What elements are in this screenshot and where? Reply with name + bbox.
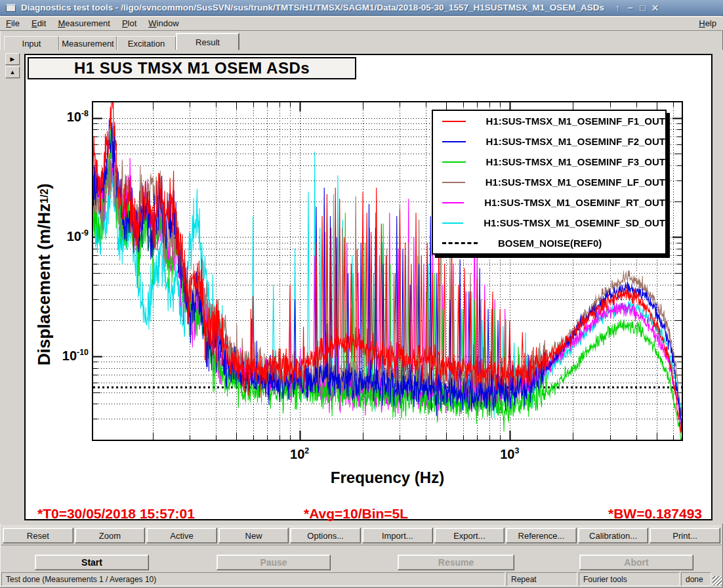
import-button[interactable]: Import... (362, 528, 433, 543)
menu-item-edit[interactable]: Edit (26, 17, 52, 30)
x-axis-label: Frequency (Hz) (92, 469, 683, 487)
window-title: Diagnostics test tools - /ligo/svncommon… (21, 3, 611, 12)
plot-panel: H1 SUS TMSX M1 OSEM ASDs Displacement (m… (24, 54, 713, 520)
zoom-button[interactable]: Zoom (75, 528, 146, 543)
plot-legend: H1:SUS-TMSX_M1_OSEMINF_F1_OUTH1:SUS-TMSX… (432, 110, 667, 255)
legend-row: H1:SUS-TMSX_M1_OSEMINF_F2_OUT (433, 133, 665, 151)
export-button[interactable]: Export... (434, 528, 505, 543)
abort-button: Abort (579, 555, 693, 570)
legend-line-sample (442, 222, 463, 224)
status-tools[interactable]: Fourier tools (579, 572, 680, 586)
options-button[interactable]: Options... (290, 528, 361, 543)
statusbar: Test done (Measurements 1 / Averages 10)… (0, 572, 723, 587)
pane-next-button[interactable]: ▶ (5, 53, 20, 65)
print-button[interactable]: Print... (650, 528, 720, 543)
pause-button: Pause (217, 555, 331, 570)
pane-up-button[interactable]: ▲ (5, 66, 20, 78)
resize-grip-icon[interactable] (713, 576, 722, 585)
legend-line-sample (442, 161, 466, 163)
new-button[interactable]: New (218, 528, 289, 543)
y-tick-label: 10-10 (26, 348, 89, 364)
x-tick-label: 103 (484, 446, 536, 462)
annotation-avg: *Avg=10/Bin=5L (304, 506, 408, 522)
legend-row: H1:SUS-TMSX_M1_OSEMINF_LF_OUT (433, 173, 665, 192)
close-icon[interactable]: ✕ (649, 3, 661, 13)
legend-label: H1:SUS-TMSX_M1_OSEMINF_F1_OUT (486, 116, 665, 127)
legend-row: H1:SUS-TMSX_M1_OSEMINF_SD_OUT (433, 214, 665, 232)
menubar: FileEditMeasurementPlotWindowHelp (0, 16, 723, 31)
maximize-icon[interactable]: □ (636, 3, 649, 13)
legend-label: H1:SUS-TMSX_M1_OSEMINF_SD_OUT (484, 217, 665, 228)
y-tick-label: 10-9 (26, 228, 89, 244)
legend-label: H1:SUS-TMSX_M1_OSEMINF_LF_OUT (485, 177, 665, 188)
menu-item-file[interactable]: File (0, 17, 26, 30)
reset-button[interactable]: Reset (3, 528, 73, 543)
tab-excitation[interactable]: Excitation (117, 36, 176, 50)
legend-line-sample (442, 202, 464, 203)
result-pane: ▶ ▲ H1 SUS TMSX M1 OSEM ASDs Displacemen… (0, 50, 723, 524)
menu-item-plot[interactable]: Plot (116, 17, 142, 30)
tab-measurement[interactable]: Measurement (59, 36, 117, 50)
legend-row: BOSEM_NOISE(REF0) (433, 234, 665, 253)
legend-line-sample (442, 182, 465, 183)
calibration-button[interactable]: Calibration... (578, 528, 649, 543)
legend-row: H1:SUS-TMSX_M1_OSEMINF_F1_OUT (433, 112, 665, 131)
tab-result[interactable]: Result (176, 33, 239, 50)
start-button[interactable]: Start (35, 555, 149, 570)
tab-bar: InputMeasurementExcitationResult (4, 33, 719, 50)
y-tick-label: 10-8 (26, 110, 89, 125)
x-tick-label: 102 (274, 446, 326, 462)
menu-item-measurement[interactable]: Measurement (52, 17, 116, 30)
legend-line-sample (442, 141, 466, 142)
legend-row: H1:SUS-TMSX_M1_OSEMINF_RT_OUT (433, 194, 665, 212)
window-icon (6, 4, 16, 12)
legend-label: BOSEM_NOISE(REF0) (498, 238, 602, 249)
legend-label: H1:SUS-TMSX_M1_OSEMINF_F3_OUT (486, 156, 665, 167)
legend-reference-sample (442, 242, 478, 244)
annotation-t0: *T0=30/05/2018 15:57:01 (37, 506, 195, 522)
legend-row: H1:SUS-TMSX_M1_OSEMINF_F3_OUT (433, 153, 665, 171)
plot-title: H1 SUS TMSX M1 OSEM ASDs (28, 57, 356, 79)
active-button[interactable]: Active (146, 528, 217, 543)
plot-toolbar: ResetZoomActiveNewOptions...Import...Exp… (1, 526, 722, 545)
tab-input[interactable]: Input (4, 36, 59, 50)
annotation-bw: *BW=0.187493 (608, 506, 702, 522)
legend-label: H1:SUS-TMSX_M1_OSEMINF_F2_OUT (486, 136, 665, 147)
status-message: Test done (Measurements 1 / Averages 10) (1, 572, 505, 586)
titlebar[interactable]: Diagnostics test tools - /ligo/svncommon… (0, 0, 723, 16)
menu-help[interactable]: Help (692, 17, 723, 30)
y-axis-label: Displacement (m/Hz1/2) (30, 106, 58, 442)
reference-button[interactable]: Reference... (506, 528, 577, 543)
status-repeat[interactable]: Repeat (506, 572, 577, 586)
resume-button: Resume (398, 555, 514, 570)
legend-label: H1:SUS-TMSX_M1_OSEMINF_RT_OUT (484, 197, 665, 208)
shade-icon[interactable]: ↑ (611, 3, 624, 13)
minimize-icon[interactable]: − (624, 3, 636, 13)
legend-line-sample (442, 121, 466, 122)
menu-item-window[interactable]: Window (142, 17, 184, 30)
status-state: done (681, 572, 711, 586)
app-window: Diagnostics test tools - /ligo/svncommon… (0, 0, 723, 588)
